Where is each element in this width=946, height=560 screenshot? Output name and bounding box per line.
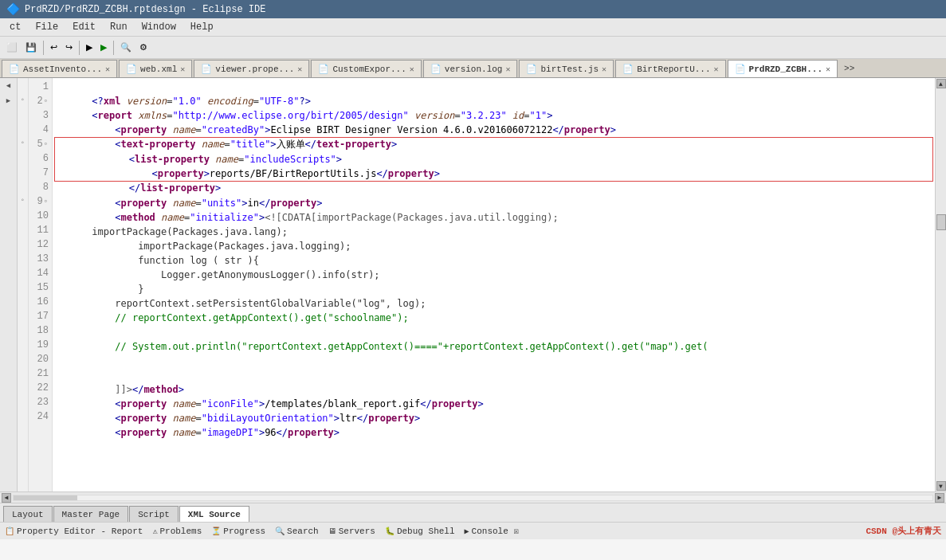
linenum-3: 3 xyxy=(29,108,52,123)
status-property-editor[interactable]: 📋 Property Editor - Report xyxy=(5,527,143,536)
tab-label: CustomExpor... xyxy=(332,65,406,74)
tab-close[interactable]: ✕ xyxy=(826,65,830,74)
h-scroll-track[interactable] xyxy=(13,495,933,501)
scroll-left[interactable]: ◀ xyxy=(2,493,11,503)
tab-webxml[interactable]: 📄 web.xml ✕ xyxy=(119,60,192,77)
tab-label: birtTest.js xyxy=(540,65,599,74)
code-line-5: <list-property name="includeScripts"> xyxy=(55,138,932,152)
toolbar-redo[interactable]: ↪ xyxy=(62,41,76,54)
status-problems[interactable]: ⚠ Problems xyxy=(152,527,202,536)
fold-3 xyxy=(18,107,28,121)
editor-tab-xmlsource[interactable]: XML Source xyxy=(179,506,249,522)
editor-tab-layout[interactable]: Layout xyxy=(3,506,53,522)
toolbar-new[interactable]: ⬜ xyxy=(3,41,21,54)
menu-ct[interactable]: ct xyxy=(3,20,27,34)
linenum-6: 6 xyxy=(29,151,52,166)
status-console[interactable]: ▶ Console ☒ xyxy=(465,526,519,536)
toolbar-more[interactable]: ⚙ xyxy=(136,41,151,54)
highlighted-block: <list-property name="includeScripts"> <p… xyxy=(54,137,933,182)
collapse-up-arrow[interactable]: ◀ xyxy=(5,80,12,92)
status-bar: 📋 Property Editor - Report ⚠ Problems ⏳ … xyxy=(0,522,946,539)
toolbar: ⬜ 💾 ↩ ↪ ▶ ▶ 🔍 ⚙ xyxy=(0,37,946,59)
fold-12 xyxy=(18,236,28,250)
toolbar-undo[interactable]: ↩ xyxy=(47,41,61,54)
scroll-thumb[interactable] xyxy=(936,214,946,230)
linenum-7: 7 xyxy=(29,166,52,180)
scroll-right[interactable]: ▶ xyxy=(935,493,944,503)
scroll-up[interactable]: ▲ xyxy=(936,79,946,88)
menu-edit[interactable]: Edit xyxy=(66,20,102,34)
right-scrollbar[interactable]: ▲ ▼ xyxy=(935,78,946,491)
scroll-down[interactable]: ▼ xyxy=(936,481,946,491)
status-debug-shell[interactable]: 🐛 Debug Shell xyxy=(385,527,455,536)
menu-window[interactable]: Window xyxy=(135,20,183,34)
toolbar-debug[interactable]: ▶ xyxy=(97,41,110,54)
editor-tab-masterpage[interactable]: Master Page xyxy=(53,506,129,522)
fold-5[interactable]: ◦ xyxy=(18,135,28,150)
property-editor-label: Property Editor - Report xyxy=(17,527,143,536)
linenum-18: 18 xyxy=(29,323,52,338)
title-bar: 🔷 PrdRZD/PrdRZD_ZCBH.rptdesign - Eclipse… xyxy=(0,0,946,18)
toolbar-save[interactable]: 💾 xyxy=(22,41,40,54)
toolbar-sep-3 xyxy=(113,41,114,55)
progress-icon: ⏳ xyxy=(211,527,221,536)
tab-close[interactable]: ✕ xyxy=(180,65,185,74)
code-line-8: <property name="units">in</property> xyxy=(53,182,935,196)
linenum-23: 23 xyxy=(29,395,52,409)
toolbar-run[interactable]: ▶ xyxy=(83,41,96,54)
collapse-down-arrow[interactable]: ▶ xyxy=(5,95,12,107)
fold-20 xyxy=(18,350,28,365)
tab-icon: 📄 xyxy=(318,64,329,74)
menu-file[interactable]: File xyxy=(29,20,65,34)
linenum-13: 13 xyxy=(29,252,52,266)
title-text: PrdRZD/PrdRZD_ZCBH.rptdesign - Eclipse I… xyxy=(25,4,265,15)
tab-icon: 📄 xyxy=(526,64,537,74)
h-scroll-thumb[interactable] xyxy=(14,495,77,500)
line-numbers: 1 2◦ 3 4 5◦ 6 7 8 9◦ 10 11 12 13 14 15 1… xyxy=(29,78,53,491)
tab-icon: 📄 xyxy=(126,64,137,74)
tab-assetinvento[interactable]: 📄 AssetInvento... ✕ xyxy=(2,60,117,77)
fold-9[interactable]: ◦ xyxy=(18,193,28,207)
code-area[interactable]: <?xml version="1.0" encoding="UTF-8"?> <… xyxy=(53,78,935,491)
bottom-scrollbar[interactable]: ◀ ▶ xyxy=(0,491,946,503)
tab-viewerprope[interactable]: 📄 viewer.prope... ✕ xyxy=(194,60,309,77)
linenum-11: 11 xyxy=(29,223,52,237)
fold-15 xyxy=(18,279,28,293)
linenum-4: 4 xyxy=(29,123,52,137)
code-line-21: ]]></method> xyxy=(53,368,935,382)
console-label: Console ☒ xyxy=(472,526,519,536)
tab-birtreportu[interactable]: 📄 BirtReportU... ✕ xyxy=(615,60,725,77)
linenum-9: 9◦ xyxy=(29,194,52,209)
fold-2[interactable]: ◦ xyxy=(18,92,28,107)
fold-6 xyxy=(18,150,28,164)
tab-close[interactable]: ✕ xyxy=(714,65,719,74)
tab-versionlog[interactable]: 📄 version.log ✕ xyxy=(423,60,518,77)
linenum-22: 22 xyxy=(29,381,52,395)
status-servers[interactable]: 🖥 Servers xyxy=(328,527,375,536)
fold-22 xyxy=(18,379,28,394)
tab-close[interactable]: ✕ xyxy=(297,65,302,74)
tab-icon: 📄 xyxy=(9,64,20,74)
linenum-20: 20 xyxy=(29,352,52,366)
tab-close[interactable]: ✕ xyxy=(105,65,110,74)
menu-help[interactable]: Help xyxy=(184,20,220,34)
status-progress[interactable]: ⏳ Progress xyxy=(211,527,265,536)
tab-prdrzd[interactable]: 📄 PrdRZD_ZCBH... ✕ xyxy=(728,60,838,77)
fold-18 xyxy=(18,322,28,336)
tab-overflow[interactable]: >> xyxy=(839,60,859,77)
editor-tab-script[interactable]: Script xyxy=(129,506,179,522)
tab-close[interactable]: ✕ xyxy=(410,65,414,74)
linenum-17: 17 xyxy=(29,309,52,323)
tab-close[interactable]: ✕ xyxy=(505,65,510,74)
toolbar-search[interactable]: 🔍 xyxy=(117,41,135,54)
tab-customexpor[interactable]: 📄 CustomExpor... ✕ xyxy=(311,60,421,77)
menu-run[interactable]: Run xyxy=(104,20,134,34)
app-icon: 🔷 xyxy=(6,2,20,16)
tab-close[interactable]: ✕ xyxy=(602,65,606,74)
linenum-15: 15 xyxy=(29,280,52,295)
editor-tabs: Layout Master Page Script XML Source xyxy=(0,503,946,522)
status-search[interactable]: 🔍 Search xyxy=(275,527,319,536)
servers-label: Servers xyxy=(339,527,375,536)
tab-birttest[interactable]: 📄 birtTest.js ✕ xyxy=(519,60,614,77)
problems-label: Problems xyxy=(159,527,202,536)
